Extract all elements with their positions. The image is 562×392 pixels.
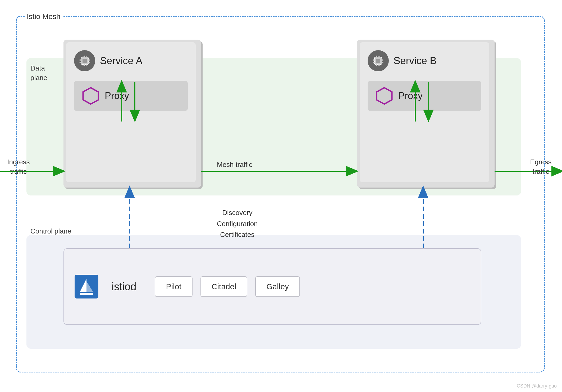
service-a-proxy-label: Proxy — [105, 90, 129, 101]
service-a-inner: Service A Proxy — [66, 42, 196, 182]
istiod-sail-icon — [79, 277, 94, 296]
service-b-name: Service B — [394, 55, 437, 67]
svg-marker-29 — [377, 88, 392, 104]
service-b-proxy-block: Proxy — [368, 81, 481, 111]
istiod-name: istiod — [112, 281, 136, 293]
istio-mesh-label: Istio Mesh — [25, 12, 63, 21]
diagram: Istio Mesh Dataplane Control plane — [0, 0, 562, 392]
proxy-hex-icon-b — [375, 87, 394, 105]
egress-label: Egresstraffic — [520, 157, 562, 176]
control-plane-label: Control plane — [30, 227, 71, 235]
svg-rect-32 — [80, 293, 93, 295]
watermark: CSDN @darry-guo — [517, 383, 557, 389]
galley-box: Galley — [255, 276, 300, 297]
istiod-box: istiod Pilot Citadel Galley — [63, 248, 481, 325]
cpu-icon-a — [78, 54, 91, 67]
citadel-box: Citadel — [200, 276, 247, 297]
mesh-traffic-label: Mesh traffic — [217, 161, 252, 169]
svg-rect-16 — [376, 59, 380, 63]
svg-marker-30 — [80, 279, 86, 292]
service-a-icon — [74, 50, 95, 71]
ingress-label: Ingresstraffic — [0, 157, 37, 176]
service-a-card: Service A Proxy — [63, 40, 201, 188]
cpu-icon-b — [372, 54, 385, 67]
service-b-proxy-label: Proxy — [398, 90, 423, 101]
svg-rect-1 — [83, 59, 87, 63]
istiod-logo — [75, 275, 98, 298]
service-b-inner: Service B Proxy — [360, 42, 489, 182]
svg-marker-31 — [86, 281, 93, 292]
service-a-name: Service A — [100, 55, 143, 67]
service-b-card: Service B Proxy — [357, 40, 495, 188]
svg-marker-14 — [83, 88, 98, 104]
service-b-icon — [368, 50, 389, 71]
service-a-header: Service A — [74, 50, 143, 71]
service-a-proxy-block: Proxy — [74, 81, 188, 111]
service-b-header: Service B — [368, 50, 437, 71]
pilot-box: Pilot — [155, 276, 192, 297]
data-plane-label: Dataplane — [30, 63, 47, 83]
proxy-hex-icon-a — [81, 87, 100, 105]
dcc-label: DiscoveryConfigurationCertificates — [217, 207, 258, 240]
